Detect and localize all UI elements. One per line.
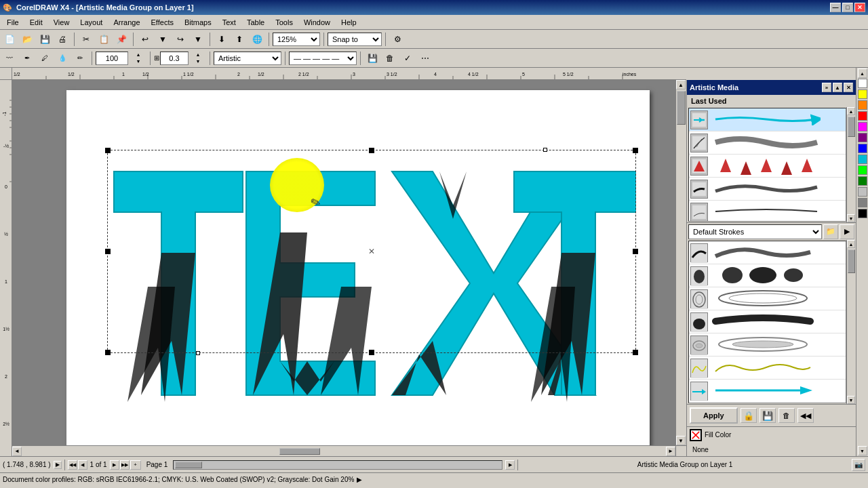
page-scroll-thumb[interactable] — [175, 462, 202, 468]
menu-tools[interactable]: Tools — [270, 17, 298, 28]
redo-dropdown[interactable]: ▼ — [190, 32, 206, 47]
save-button[interactable]: 💾 — [37, 32, 53, 47]
lock-button[interactable]: 🔒 — [741, 408, 757, 423]
color-gray[interactable] — [858, 198, 867, 207]
redo-button[interactable]: ↪ — [172, 32, 189, 47]
color-orange[interactable] — [858, 100, 867, 110]
page-scroll[interactable] — [173, 460, 502, 470]
freehand-mode-btn[interactable]: 〰 — [1, 51, 18, 66]
menu-effects[interactable]: Effects — [146, 17, 179, 28]
page-first-btn[interactable]: ◀◀ — [68, 460, 77, 470]
color-silver[interactable] — [858, 187, 867, 197]
default-strokes-list[interactable] — [688, 241, 846, 403]
default-stroke-1[interactable] — [689, 241, 846, 264]
menu-view[interactable]: View — [48, 17, 75, 28]
sprayer-mode-btn[interactable]: 💧 — [54, 51, 71, 66]
stroke-item-3[interactable] — [689, 155, 846, 178]
scroll-down-btn[interactable]: ▼ — [676, 436, 686, 445]
close-button[interactable]: ✕ — [854, 3, 865, 12]
panel-scroll-thumb-2[interactable] — [848, 249, 855, 273]
export-button[interactable]: ⬆ — [231, 32, 248, 47]
scratchboard-mode-btn[interactable]: 🖊 — [37, 51, 53, 66]
panel-expand-btn[interactable]: » — [822, 83, 831, 92]
panel-collapse-btn[interactable]: ▲ — [833, 83, 842, 92]
color-black[interactable] — [858, 209, 867, 218]
palette-scroll-down[interactable]: ▼ — [858, 446, 867, 455]
scroll-right-btn[interactable]: ► — [666, 447, 675, 456]
scroll-page-right[interactable]: ▶ — [505, 460, 515, 470]
open-button[interactable]: 📂 — [19, 32, 35, 47]
panel-scroll-thumb-1[interactable] — [848, 117, 855, 137]
apply-btn-toolbar[interactable]: ✓ — [399, 51, 416, 66]
menu-arrange[interactable]: Arrange — [108, 17, 145, 28]
apply-button[interactable]: Apply — [690, 407, 738, 424]
nudge-input[interactable] — [160, 52, 189, 65]
menu-edit[interactable]: Edit — [24, 17, 48, 28]
default-stroke-3[interactable] — [689, 287, 846, 310]
stroke-item-4[interactable] — [689, 178, 846, 201]
panel-scroll-down-2[interactable]: ▼ — [847, 396, 855, 404]
size-input[interactable] — [96, 52, 128, 65]
stroke-preview-dropdown[interactable]: — — — — — — [289, 52, 357, 65]
menu-help[interactable]: Help — [336, 17, 362, 28]
scroll-left-btn[interactable]: ◄ — [12, 447, 22, 456]
undo-button[interactable]: ↩ — [137, 32, 153, 47]
size-up-btn[interactable]: ▲ — [130, 52, 146, 58]
options-button[interactable]: ⚙ — [389, 32, 406, 47]
delete-stroke-btn[interactable]: 🗑 — [382, 51, 398, 66]
scroll-thumb-h[interactable] — [279, 448, 320, 455]
default-stroke-2[interactable] — [689, 264, 846, 287]
browse-btn[interactable]: ▶ — [840, 224, 854, 239]
zoom-dropdown[interactable]: 125% 100% 75% 50% — [273, 33, 320, 46]
color-magenta[interactable] — [858, 122, 867, 131]
panel-close-btn[interactable]: ✕ — [844, 83, 853, 92]
menu-bitmaps[interactable]: Bitmaps — [179, 17, 217, 28]
pressure-mode-btn[interactable]: ✒ — [19, 51, 35, 66]
scroll-up-btn[interactable]: ▲ — [676, 80, 686, 89]
page-prev-btn[interactable]: ◀ — [78, 460, 87, 470]
color-cyan[interactable] — [858, 155, 867, 164]
scroll-thumb-v[interactable] — [677, 91, 686, 125]
menu-layout[interactable]: Layout — [75, 17, 108, 28]
save-panel-btn[interactable]: 💾 — [760, 408, 776, 423]
color-darkgreen[interactable] — [858, 176, 867, 186]
stroke-item-selected[interactable] — [689, 108, 846, 131]
stroke-item-5[interactable] — [689, 201, 846, 222]
menu-text[interactable]: Text — [217, 17, 241, 28]
panel-scroll-up-1[interactable]: ▲ — [847, 107, 855, 115]
default-stroke-6[interactable] — [689, 357, 846, 380]
color-purple[interactable] — [858, 133, 867, 142]
camera-btn[interactable]: 📷 — [852, 459, 865, 471]
nudge-up-btn[interactable]: ▲ — [190, 52, 206, 58]
default-stroke-5[interactable] — [689, 333, 846, 357]
default-stroke-7[interactable] — [689, 380, 846, 403]
color-red[interactable] — [858, 111, 867, 121]
play-btn[interactable]: ◀◀ — [797, 408, 814, 423]
copy-button[interactable]: 📋 — [96, 32, 112, 47]
page-last-btn[interactable]: ▶▶ — [120, 460, 130, 470]
color-yellow[interactable] — [858, 89, 867, 99]
menu-file[interactable]: File — [1, 17, 24, 28]
save-stroke-btn[interactable]: 💾 — [364, 51, 380, 66]
last-used-list[interactable] — [688, 108, 846, 222]
canvas-area[interactable]: ✏ — [12, 80, 686, 456]
page-next-btn[interactable]: ▶ — [110, 460, 119, 470]
snap-dropdown[interactable]: Snap to — [328, 33, 382, 46]
stroke-item-2[interactable] — [689, 131, 846, 155]
menu-table[interactable]: Table — [241, 17, 270, 28]
color-white[interactable] — [858, 79, 867, 88]
new-folder-btn[interactable]: 📁 — [823, 224, 838, 239]
add-page-btn[interactable]: + — [130, 460, 141, 470]
minimize-button[interactable]: — — [830, 3, 841, 12]
default-stroke-4[interactable] — [689, 310, 846, 333]
options2-btn[interactable]: ⋯ — [417, 51, 433, 66]
delete-panel-btn[interactable]: 🗑 — [778, 408, 795, 423]
cut-button[interactable]: ✂ — [78, 32, 94, 47]
calligraphy-mode-btn[interactable]: ✏ — [72, 51, 88, 66]
publish-button[interactable]: 🌐 — [249, 32, 265, 47]
print-button[interactable]: 🖨 — [54, 32, 71, 47]
color-profile-expand[interactable]: ▶ — [357, 476, 362, 483]
stroke-category-dropdown[interactable]: Default Strokes Artistic Strokes — [688, 224, 822, 239]
size-down-btn[interactable]: ▼ — [130, 58, 146, 65]
nudge-down-btn[interactable]: ▼ — [190, 58, 206, 65]
